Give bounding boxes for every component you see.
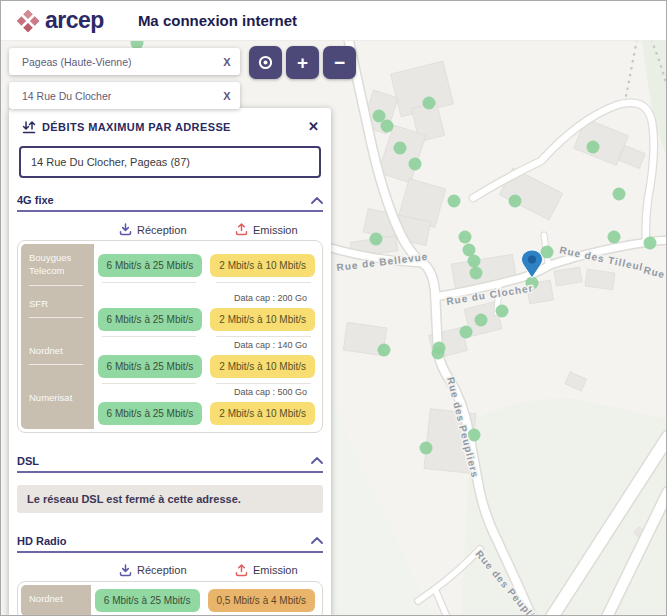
reception-column-header: Réception — [96, 564, 210, 577]
commune-search-field[interactable]: X — [9, 48, 240, 75]
chevron-up-icon[interactable] — [311, 537, 323, 544]
upload-icon — [235, 564, 248, 577]
arcep-logo[interactable]: arcep — [15, 7, 104, 34]
emission-label: Emission — [253, 564, 298, 576]
section-hd-radio-title: HD Radio — [17, 535, 67, 547]
zoom-in-button[interactable]: + — [286, 46, 319, 79]
chevron-up-icon[interactable] — [311, 457, 323, 464]
map-controls: + − — [249, 46, 356, 79]
reception-label: Réception — [137, 564, 187, 576]
reception-badge: 6 Mbit/s à 25 Mbit/s — [98, 402, 203, 425]
panel-header: DÉBITS MAXIMUM PAR ADRESSE ✕ — [9, 108, 331, 134]
dsl-closed-notice: Le réseau DSL est fermé à cette adresse. — [17, 485, 323, 513]
locate-button[interactable] — [249, 46, 282, 79]
operator-cell: SFR — [21, 290, 94, 337]
emission-badge: 2 Mbit/s à 10 Mbit/s — [210, 402, 315, 425]
operator-cell: Nordnet — [21, 337, 94, 384]
section-hd-radio[interactable]: HD Radio — [17, 535, 323, 553]
section-4g-fixe[interactable]: 4G fixe — [17, 194, 323, 212]
emission-badge: 2 Mbit/s à 10 Mbit/s — [210, 308, 315, 331]
reception-badge: 6 Mbit/s à 25 Mbit/s — [98, 355, 203, 378]
transfer-arrows-icon — [22, 120, 36, 134]
chevron-up-icon[interactable] — [311, 197, 323, 204]
address-search-field[interactable]: X — [9, 82, 240, 109]
panel-title: DÉBITS MAXIMUM PAR ADRESSE — [42, 121, 231, 133]
address-input-small[interactable] — [9, 90, 214, 102]
data-cap: Data cap : 140 Go — [94, 337, 319, 351]
reception-badge: 6 Mbit/s à 25 Mbit/s — [95, 589, 200, 612]
data-cap: Data cap : 200 Go — [94, 290, 319, 304]
reception-badge: 6 Mbit/s à 25 Mbit/s — [98, 308, 203, 331]
target-icon — [257, 54, 274, 71]
upload-icon — [235, 223, 248, 236]
reception-badge: 6 Mbit/s à 25 Mbit/s — [98, 254, 203, 277]
zoom-out-button[interactable]: − — [323, 46, 356, 79]
debits-panel: DÉBITS MAXIMUM PAR ADRESSE ✕ 4G fixe Réc… — [9, 108, 331, 616]
emission-badge: 2 Mbit/s à 10 Mbit/s — [210, 254, 315, 277]
emission-label: Emission — [253, 224, 298, 236]
arcep-logo-icon — [15, 8, 41, 34]
data-cap: Data cap : 500 Go — [94, 384, 319, 398]
app-header: arcep Ma connexion internet — [1, 1, 667, 41]
selected-address-input[interactable] — [19, 146, 321, 178]
emission-badge: 0,5 Mbit/s à 4 Mbit/s — [208, 589, 315, 612]
section-dsl[interactable]: DSL — [17, 455, 323, 473]
close-icon[interactable]: ✕ — [308, 119, 319, 134]
section-dsl-title: DSL — [17, 455, 39, 467]
reception-label: Réception — [137, 224, 187, 236]
commune-input[interactable] — [9, 56, 214, 68]
table-row: Nordnet 6 Mbit/s à 25 Mbit/s 0,5 Mbit/s … — [21, 585, 319, 616]
clear-address-icon[interactable]: X — [214, 90, 240, 102]
download-icon — [119, 564, 132, 577]
table-row: Nordnet Data cap : 140 Go 6 Mbit/s à 25 … — [21, 337, 319, 384]
table-row: Bouygues Telecom 6 Mbit/s à 25 Mbit/s 2 … — [21, 244, 319, 290]
table-4g-fixe: Bouygues Telecom 6 Mbit/s à 25 Mbit/s 2 … — [17, 240, 323, 433]
table-hd-radio: Nordnet 6 Mbit/s à 25 Mbit/s 0,5 Mbit/s … — [17, 581, 323, 616]
table-row: SFR Data cap : 200 Go 6 Mbit/s à 25 Mbit… — [21, 290, 319, 337]
table-row: Numerisat Data cap : 500 Go 6 Mbit/s à 2… — [21, 384, 319, 429]
section-4g-title: 4G fixe — [17, 194, 54, 206]
app-window: Rue de Bellevue Rue des Tilleuls Rue d R… — [0, 0, 667, 616]
download-icon — [119, 223, 132, 236]
clear-commune-icon[interactable]: X — [214, 56, 240, 68]
column-headers-hd-radio: Réception Emission — [17, 564, 323, 577]
operator-cell: Nordnet — [21, 585, 91, 616]
reception-column-header: Réception — [96, 223, 210, 236]
operator-cell: Numerisat — [21, 384, 94, 429]
operator-cell: Bouygues Telecom — [21, 244, 94, 290]
page-title: Ma connexion internet — [138, 12, 297, 29]
emission-column-header: Emission — [210, 223, 324, 236]
logo-text: arcep — [45, 7, 104, 34]
emission-column-header: Emission — [210, 564, 324, 577]
emission-badge: 2 Mbit/s à 10 Mbit/s — [210, 355, 315, 378]
column-headers-4g: Réception Emission — [17, 223, 323, 236]
